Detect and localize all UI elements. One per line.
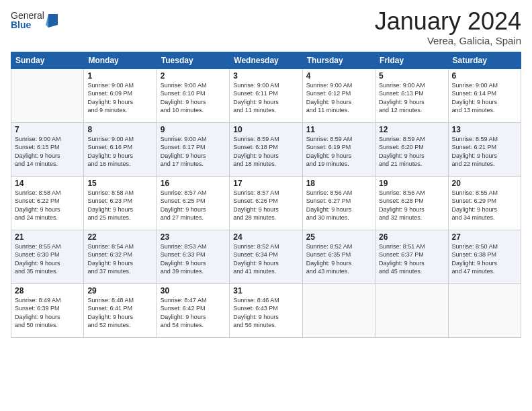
day-info: Sunrise: 8:58 AM Sunset: 6:22 PM Dayligh… xyxy=(15,189,80,222)
day-info: Sunrise: 8:47 AM Sunset: 6:42 PM Dayligh… xyxy=(161,296,226,330)
day-number: 7 xyxy=(15,125,80,134)
month-title: January 2024 xyxy=(375,8,521,35)
table-row: 12Sunrise: 8:59 AM Sunset: 6:20 PM Dayli… xyxy=(375,122,448,176)
day-number: 13 xyxy=(452,125,517,134)
day-info: Sunrise: 8:56 AM Sunset: 6:28 PM Dayligh… xyxy=(379,189,444,222)
day-info: Sunrise: 8:57 AM Sunset: 6:25 PM Dayligh… xyxy=(161,189,226,222)
table-row: 7Sunrise: 9:00 AM Sunset: 6:15 PM Daylig… xyxy=(11,122,84,176)
day-number: 1 xyxy=(87,71,152,81)
table-row: 22Sunrise: 8:54 AM Sunset: 6:32 PM Dayli… xyxy=(84,230,157,283)
day-info: Sunrise: 8:59 AM Sunset: 6:21 PM Dayligh… xyxy=(452,135,517,169)
day-number: 15 xyxy=(87,179,152,188)
table-row xyxy=(375,283,448,337)
day-info: Sunrise: 8:51 AM Sunset: 6:37 PM Dayligh… xyxy=(379,242,444,276)
day-number: 19 xyxy=(379,179,444,188)
table-row xyxy=(302,283,375,337)
day-number: 31 xyxy=(233,286,298,295)
table-row: 17Sunrise: 8:57 AM Sunset: 6:26 PM Dayli… xyxy=(230,176,302,230)
table-row: 15Sunrise: 8:58 AM Sunset: 6:23 PM Dayli… xyxy=(84,176,157,230)
day-info: Sunrise: 8:49 AM Sunset: 6:39 PM Dayligh… xyxy=(15,296,80,330)
day-number: 28 xyxy=(15,286,80,295)
day-info: Sunrise: 8:59 AM Sunset: 6:18 PM Dayligh… xyxy=(233,135,298,169)
day-info: Sunrise: 8:52 AM Sunset: 6:35 PM Dayligh… xyxy=(306,242,371,276)
day-number: 11 xyxy=(306,125,371,134)
day-number: 17 xyxy=(233,179,298,188)
day-number: 14 xyxy=(15,179,80,188)
header-monday: Monday xyxy=(84,52,157,68)
location: Verea, Galicia, Spain xyxy=(375,35,521,46)
table-row: 20Sunrise: 8:55 AM Sunset: 6:29 PM Dayli… xyxy=(448,176,521,230)
day-number: 30 xyxy=(161,286,226,295)
day-info: Sunrise: 8:59 AM Sunset: 6:20 PM Dayligh… xyxy=(379,135,444,169)
day-number: 4 xyxy=(306,71,371,81)
table-row: 9Sunrise: 9:00 AM Sunset: 6:17 PM Daylig… xyxy=(157,122,229,176)
header-saturday: Saturday xyxy=(448,52,521,68)
table-row: 28Sunrise: 8:49 AM Sunset: 6:39 PM Dayli… xyxy=(11,283,84,337)
day-info: Sunrise: 8:53 AM Sunset: 6:33 PM Dayligh… xyxy=(161,242,226,276)
day-info: Sunrise: 8:57 AM Sunset: 6:26 PM Dayligh… xyxy=(233,189,298,222)
table-row: 27Sunrise: 8:50 AM Sunset: 6:38 PM Dayli… xyxy=(448,230,521,283)
calendar-week-row: 14Sunrise: 8:58 AM Sunset: 6:22 PM Dayli… xyxy=(11,176,521,230)
day-number: 3 xyxy=(233,71,298,81)
day-number: 24 xyxy=(233,232,298,242)
day-info: Sunrise: 9:00 AM Sunset: 6:12 PM Dayligh… xyxy=(306,81,371,115)
logo-general: General xyxy=(11,11,44,20)
day-info: Sunrise: 8:46 AM Sunset: 6:43 PM Dayligh… xyxy=(233,296,298,330)
day-info: Sunrise: 8:55 AM Sunset: 6:29 PM Dayligh… xyxy=(452,189,517,222)
table-row: 5Sunrise: 9:00 AM Sunset: 6:13 PM Daylig… xyxy=(375,68,448,122)
header: General Blue January 2024 Verea, Galicia… xyxy=(11,8,521,46)
day-info: Sunrise: 8:59 AM Sunset: 6:19 PM Dayligh… xyxy=(306,135,371,169)
table-row: 6Sunrise: 9:00 AM Sunset: 6:14 PM Daylig… xyxy=(448,68,521,122)
day-info: Sunrise: 8:55 AM Sunset: 6:30 PM Dayligh… xyxy=(15,242,80,276)
day-info: Sunrise: 9:00 AM Sunset: 6:16 PM Dayligh… xyxy=(87,135,152,169)
header-thursday: Thursday xyxy=(302,52,375,68)
day-number: 2 xyxy=(161,71,226,81)
logo-text: General Blue xyxy=(11,11,44,30)
table-row: 3Sunrise: 9:00 AM Sunset: 6:11 PM Daylig… xyxy=(230,68,302,122)
day-info: Sunrise: 9:00 AM Sunset: 6:13 PM Dayligh… xyxy=(379,81,444,115)
table-row: 24Sunrise: 8:52 AM Sunset: 6:34 PM Dayli… xyxy=(230,230,302,283)
table-row: 19Sunrise: 8:56 AM Sunset: 6:28 PM Dayli… xyxy=(375,176,448,230)
calendar-week-row: 1Sunrise: 9:00 AM Sunset: 6:09 PM Daylig… xyxy=(11,68,521,122)
day-info: Sunrise: 9:00 AM Sunset: 6:14 PM Dayligh… xyxy=(452,81,517,115)
day-number: 22 xyxy=(87,232,152,242)
day-number: 16 xyxy=(161,179,226,188)
table-row: 13Sunrise: 8:59 AM Sunset: 6:21 PM Dayli… xyxy=(448,122,521,176)
day-number: 5 xyxy=(379,71,444,81)
table-row: 30Sunrise: 8:47 AM Sunset: 6:42 PM Dayli… xyxy=(157,283,229,337)
day-info: Sunrise: 9:00 AM Sunset: 6:09 PM Dayligh… xyxy=(87,81,152,115)
day-number: 6 xyxy=(452,71,517,81)
table-row: 29Sunrise: 8:48 AM Sunset: 6:41 PM Dayli… xyxy=(84,283,157,337)
table-row: 25Sunrise: 8:52 AM Sunset: 6:35 PM Dayli… xyxy=(302,230,375,283)
header-friday: Friday xyxy=(375,52,448,68)
day-number: 26 xyxy=(379,232,444,242)
day-number: 25 xyxy=(306,232,371,242)
day-info: Sunrise: 8:58 AM Sunset: 6:23 PM Dayligh… xyxy=(87,189,152,222)
table-row: 1Sunrise: 9:00 AM Sunset: 6:09 PM Daylig… xyxy=(84,68,157,122)
logo: General Blue xyxy=(11,11,58,30)
day-info: Sunrise: 9:00 AM Sunset: 6:17 PM Dayligh… xyxy=(161,135,226,169)
day-number: 18 xyxy=(306,179,371,188)
day-number: 10 xyxy=(233,125,298,134)
header-tuesday: Tuesday xyxy=(157,52,229,68)
day-info: Sunrise: 9:00 AM Sunset: 6:10 PM Dayligh… xyxy=(161,81,226,115)
svg-marker-1 xyxy=(46,14,48,28)
day-info: Sunrise: 9:00 AM Sunset: 6:11 PM Dayligh… xyxy=(233,81,298,115)
day-info: Sunrise: 8:52 AM Sunset: 6:34 PM Dayligh… xyxy=(233,242,298,276)
table-row: 14Sunrise: 8:58 AM Sunset: 6:22 PM Dayli… xyxy=(11,176,84,230)
day-number: 29 xyxy=(87,286,152,295)
table-row: 18Sunrise: 8:56 AM Sunset: 6:27 PM Dayli… xyxy=(302,176,375,230)
day-info: Sunrise: 8:48 AM Sunset: 6:41 PM Dayligh… xyxy=(87,296,152,330)
table-row: 10Sunrise: 8:59 AM Sunset: 6:18 PM Dayli… xyxy=(230,122,302,176)
header-sunday: Sunday xyxy=(11,52,84,68)
calendar-header-row: Sunday Monday Tuesday Wednesday Thursday… xyxy=(11,52,521,68)
logo-icon xyxy=(46,13,58,28)
calendar-week-row: 7Sunrise: 9:00 AM Sunset: 6:15 PM Daylig… xyxy=(11,122,521,176)
page: General Blue January 2024 Verea, Galicia… xyxy=(0,0,532,411)
day-info: Sunrise: 8:50 AM Sunset: 6:38 PM Dayligh… xyxy=(452,242,517,276)
calendar-week-row: 28Sunrise: 8:49 AM Sunset: 6:39 PM Dayli… xyxy=(11,283,521,337)
logo-blue: Blue xyxy=(11,20,44,30)
day-number: 9 xyxy=(161,125,226,134)
svg-marker-0 xyxy=(48,14,58,28)
table-row: 31Sunrise: 8:46 AM Sunset: 6:43 PM Dayli… xyxy=(230,283,302,337)
